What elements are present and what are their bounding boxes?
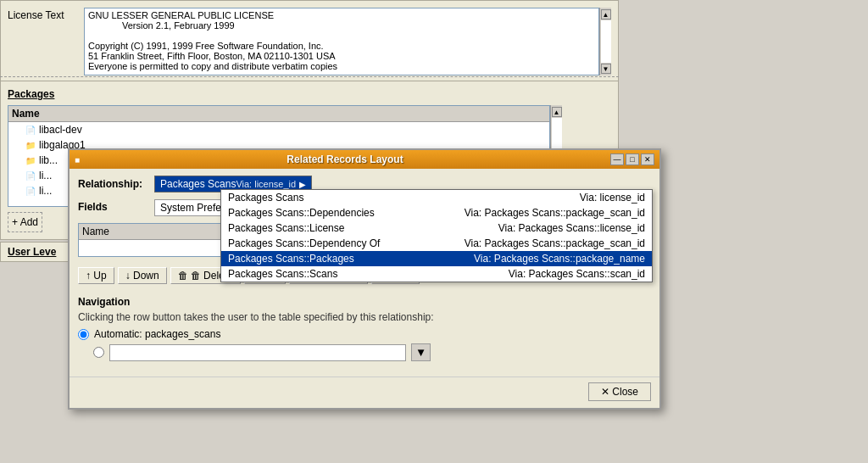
fields-label: Fields xyxy=(78,199,154,213)
dropdown-item-3[interactable]: Packages Scans::License Via: Packages Sc… xyxy=(221,220,652,236)
relationship-label: Relationship: xyxy=(78,178,154,190)
pkg-icon-5: 📄 xyxy=(25,187,36,196)
packages-title: Packages xyxy=(8,88,611,100)
relationship-row: Relationship: Packages Scans Via: licens… xyxy=(78,176,651,192)
license-line-6: Everyone is permitted to copy and distri… xyxy=(88,61,595,71)
nav-auto-label: Automatic: packages_scans xyxy=(94,328,220,340)
dropdown-item-via-4: Via: Packages Scans::package_scan_id xyxy=(465,237,645,249)
dropdown-item-name-1: Packages Scans xyxy=(228,192,415,204)
dropdown-item-via-2: Via: Packages Scans::package_scan_id xyxy=(465,207,645,219)
scroll-track xyxy=(601,20,611,63)
packages-column-header: Name xyxy=(8,106,549,122)
pkg-icon-4: 📄 xyxy=(25,171,36,181)
dropdown-item-2[interactable]: Packages Scans::Dependencies Via: Packag… xyxy=(221,205,652,220)
modal-maximize-btn[interactable]: □ xyxy=(626,153,639,165)
relationship-dropdown[interactable]: Packages Scans Via: license_id Packages … xyxy=(220,189,653,282)
dropdown-item-via-6: Via: Packages Scans::scan_id xyxy=(509,268,645,280)
dropdown-item-5[interactable]: Packages Scans::Packages Via: Packages S… xyxy=(221,251,652,266)
list-item[interactable]: 📄 libacl-dev xyxy=(8,122,549,137)
pkg-icon-3: 📁 xyxy=(25,156,36,165)
license-window: License Text GNU LESSER GENERAL PUBLIC L… xyxy=(0,0,619,88)
modal-body: Relationship: Packages Scans Via: licens… xyxy=(70,169,659,377)
pkg-icon-2: 📁 xyxy=(25,141,36,150)
modal-footer: ✕ Close xyxy=(70,377,659,408)
modal-titlebar: ■ Related Records Layout — □ ✕ xyxy=(70,150,659,169)
close-button[interactable]: ✕ Close xyxy=(588,382,651,401)
dropdown-item-via-3: Via: Packages Scans::license_id xyxy=(498,222,645,234)
scroll-up-btn[interactable]: ▲ xyxy=(601,9,611,20)
modal-minimize-btn[interactable]: — xyxy=(610,153,624,165)
dropdown-item-via-5: Via: Packages Scans::package_name xyxy=(474,253,645,265)
separator-1 xyxy=(0,76,619,77)
modal-title: Related Records Layout xyxy=(287,153,403,165)
modal-controls: — □ ✕ xyxy=(610,153,654,165)
pkg-icon-1: 📄 xyxy=(25,126,36,135)
dropdown-item-name-4: Packages Scans::Dependency Of xyxy=(228,237,415,249)
pkg-name-4: li... xyxy=(39,170,52,181)
pkg-scroll-up[interactable]: ▲ xyxy=(552,107,562,117)
scroll-down-btn[interactable]: ▼ xyxy=(601,64,611,74)
dropdown-arrow-icon: ▶ xyxy=(299,180,306,189)
license-scrollbar[interactable]: ▲ ▼ xyxy=(599,8,611,75)
pkg-name-5: li... xyxy=(39,185,52,197)
dropdown-item-6[interactable]: Packages Scans::Scans Via: Packages Scan… xyxy=(221,266,652,282)
pkg-name-1: libacl-dev xyxy=(39,124,82,136)
license-label: License Text xyxy=(8,8,84,21)
license-textarea[interactable]: GNU LESSER GENERAL PUBLIC LICENSE Versio… xyxy=(84,8,599,75)
nav-auto-radio[interactable] xyxy=(78,329,89,340)
nav-manual-row: ▼ xyxy=(93,343,651,361)
delete-icon: 🗑 xyxy=(178,270,188,282)
dropdown-item-name-3: Packages Scans::License xyxy=(228,222,415,234)
user-level-title: User Leve xyxy=(8,246,56,258)
modal-close-btn[interactable]: ✕ xyxy=(641,153,654,165)
dropdown-item-1[interactable]: Packages Scans Via: license_id xyxy=(221,190,652,205)
nav-select-dropdown-btn[interactable]: ▼ xyxy=(411,343,431,361)
license-line-5: 51 Franklin Street, Fifth Floor, Boston,… xyxy=(88,51,595,61)
relationship-via-inline: Via: license_id xyxy=(236,179,296,189)
related-records-dialog: ■ Related Records Layout — □ ✕ Relations… xyxy=(68,148,661,410)
relationship-selected-name: Packages Scans xyxy=(160,178,236,190)
navigation-description: Clicking the row button takes the user t… xyxy=(78,311,651,323)
nav-auto-option[interactable]: Automatic: packages_scans xyxy=(78,328,651,340)
dropdown-item-name-6: Packages Scans::Scans xyxy=(228,268,415,280)
down-button[interactable]: ↓ Down xyxy=(118,267,167,284)
dropdown-item-4[interactable]: Packages Scans::Dependency Of Via: Packa… xyxy=(221,236,652,251)
modal-icon: ■ xyxy=(75,155,80,165)
nav-manual-input[interactable] xyxy=(109,344,406,361)
navigation-section: Navigation Clicking the row button takes… xyxy=(78,296,651,361)
navigation-title: Navigation xyxy=(78,296,651,308)
dropdown-item-name-5: Packages Scans::Packages xyxy=(228,253,415,265)
license-line-1: GNU LESSER GENERAL PUBLIC LICENSE xyxy=(88,10,595,20)
pkg-name-3: lib... xyxy=(39,154,58,166)
add-package-button[interactable]: + Add xyxy=(8,212,42,232)
license-line-4: Copyright (C) 1991, 1999 Free Software F… xyxy=(88,41,595,51)
up-button[interactable]: ↑ Up xyxy=(78,267,114,284)
dropdown-item-name-2: Packages Scans::Dependencies xyxy=(228,207,415,219)
nav-manual-radio[interactable] xyxy=(93,347,104,358)
license-line-2: Version 2.1, February 1999 xyxy=(88,20,595,31)
dropdown-item-via-1: Via: license_id xyxy=(580,192,645,204)
license-line-3 xyxy=(88,31,595,41)
